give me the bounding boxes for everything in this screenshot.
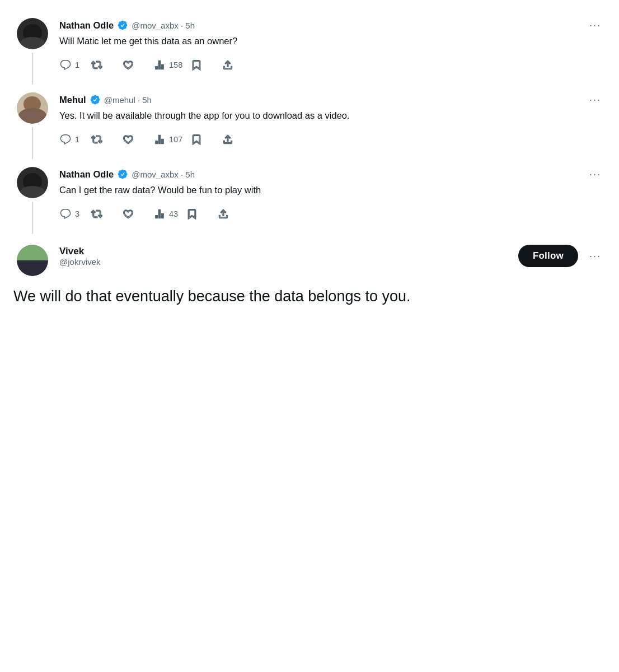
tweet-text: Can I get the raw data? Would be fun to …	[59, 184, 518, 197]
reply-icon	[59, 133, 72, 146]
avatar-col	[13, 18, 51, 85]
reply-icon	[59, 208, 72, 220]
analytics-action[interactable]: 107	[153, 130, 190, 149]
tweet-content: Nathan Odle @mov_axbx · 5h ··· Can I get…	[51, 167, 606, 234]
more-button[interactable]: ···	[585, 167, 606, 181]
tweet-header-left: Mehul @mehul · 5h	[59, 94, 152, 105]
retweet-icon	[91, 133, 103, 146]
bookmark-action[interactable]	[190, 55, 222, 74]
share-icon	[222, 133, 234, 146]
bookmark-icon	[190, 133, 203, 146]
like-icon	[122, 133, 134, 146]
display-name: Mehul	[59, 95, 86, 105]
tweet-content: Vivek @jokrvivek Follow ···	[51, 245, 606, 276]
like-icon	[122, 59, 134, 71]
more-button[interactable]: ···	[585, 249, 606, 263]
handle-time: @mehul · 5h	[104, 95, 152, 105]
vivek-tweet-body: We will do that eventually because the d…	[0, 276, 619, 318]
tweet-header: Mehul @mehul · 5h ···	[59, 92, 606, 107]
tweet-actions: 1 158	[59, 55, 606, 74]
avatar[interactable]	[17, 18, 48, 49]
analytics-icon	[153, 208, 166, 220]
avatar[interactable]	[17, 92, 48, 124]
vivek-tweet-item: Vivek @jokrvivek Follow ···	[0, 234, 619, 276]
display-name: Nathan Odle	[59, 169, 114, 180]
share-action[interactable]	[217, 204, 248, 223]
tweet-actions: 1 107	[59, 130, 606, 149]
thread-line	[32, 53, 33, 85]
thread-line	[32, 202, 33, 234]
vivek-header: Vivek @jokrvivek Follow ···	[59, 245, 606, 267]
avatar-col	[13, 167, 51, 234]
like-icon	[122, 208, 134, 220]
bookmark-icon	[186, 208, 198, 220]
analytics-count: 43	[169, 209, 178, 218]
verified-icon	[117, 20, 128, 31]
handle-time: @mov_axbx · 5h	[132, 170, 195, 179]
analytics-icon	[153, 59, 166, 71]
tweet-item: Nathan Odle @mov_axbx · 5h ··· Can I get…	[0, 159, 619, 234]
bookmark-icon	[190, 59, 203, 71]
analytics-action[interactable]: 43	[153, 204, 186, 223]
tweet-actions: 3 43	[59, 204, 606, 223]
reply-icon	[59, 59, 72, 71]
tweet-text: Will Matic let me get this data as an ow…	[59, 35, 518, 48]
thread-line	[32, 127, 33, 159]
retweet-action[interactable]	[91, 204, 122, 223]
follow-button[interactable]: Follow	[518, 245, 578, 267]
tweet-text: Yes. It will be available through the ap…	[59, 109, 518, 122]
retweet-action[interactable]	[91, 55, 122, 74]
verified-icon	[90, 94, 101, 105]
vivek-header-left: Vivek @jokrvivek	[59, 246, 101, 267]
avatar[interactable]	[17, 167, 48, 198]
tweet-thread: Nathan Odle @mov_axbx · 5h ··· Will Mati…	[0, 10, 619, 318]
share-action[interactable]	[222, 55, 253, 74]
tweet-item: Mehul @mehul · 5h ··· Yes. It will be av…	[0, 85, 619, 159]
share-icon	[217, 208, 229, 220]
avatar-col	[13, 92, 51, 159]
like-action[interactable]	[122, 204, 153, 223]
like-action[interactable]	[122, 55, 153, 74]
tweet-content: Mehul @mehul · 5h ··· Yes. It will be av…	[51, 92, 606, 159]
vivek-tweet-text: We will do that eventually because the d…	[13, 286, 517, 306]
avatar[interactable]	[17, 245, 48, 276]
more-button[interactable]: ···	[585, 18, 606, 32]
bookmark-action[interactable]	[186, 204, 217, 223]
display-name: Nathan Odle	[59, 20, 114, 31]
analytics-action[interactable]: 158	[153, 55, 190, 74]
reply-count: 1	[75, 135, 79, 144]
verified-icon	[117, 169, 128, 180]
analytics-count: 158	[169, 60, 182, 69]
analytics-count: 107	[169, 135, 182, 144]
avatar-col	[13, 245, 51, 276]
tweet-header: Nathan Odle @mov_axbx · 5h ···	[59, 167, 606, 181]
share-action[interactable]	[222, 130, 253, 149]
reply-action[interactable]: 1	[59, 130, 91, 149]
retweet-icon	[91, 208, 103, 220]
retweet-icon	[91, 59, 103, 71]
vivek-handle: @jokrvivek	[59, 257, 101, 267]
vivek-name-block: Vivek @jokrvivek	[59, 246, 101, 267]
reply-action[interactable]: 3	[59, 204, 91, 223]
reply-count: 1	[75, 60, 79, 69]
handle-time: @mov_axbx · 5h	[132, 21, 195, 30]
tweet-header: Nathan Odle @mov_axbx · 5h ···	[59, 18, 606, 32]
tweet-header-left: Nathan Odle @mov_axbx · 5h	[59, 20, 195, 31]
tweet-content: Nathan Odle @mov_axbx · 5h ··· Will Mati…	[51, 18, 606, 85]
reply-count: 3	[75, 209, 79, 218]
share-icon	[222, 59, 234, 71]
tweet-header-left: Nathan Odle @mov_axbx · 5h	[59, 169, 195, 180]
analytics-icon	[153, 133, 166, 146]
more-button[interactable]: ···	[585, 92, 606, 107]
reply-action[interactable]: 1	[59, 55, 91, 74]
like-action[interactable]	[122, 130, 153, 149]
tweet-item: Nathan Odle @mov_axbx · 5h ··· Will Mati…	[0, 10, 619, 85]
vivek-display-name: Vivek	[59, 246, 101, 257]
bookmark-action[interactable]	[190, 130, 222, 149]
retweet-action[interactable]	[91, 130, 122, 149]
vivek-header-right: Follow ···	[518, 245, 606, 267]
